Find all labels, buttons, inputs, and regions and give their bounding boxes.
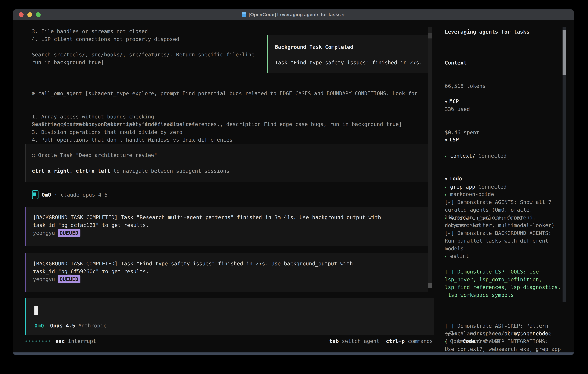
tool-call-text: call_omo_agent [subagent_type=explore, p… <box>38 90 418 96</box>
text-line: 3. Division operations that could divide… <box>32 128 418 136</box>
task-author: yeongyu <box>33 230 55 236</box>
gear-icon: ⚙ <box>32 90 35 96</box>
text-line: lsp_workspace_symbols <box>445 291 566 299</box>
task-meta: yeongyuQUEUED <box>33 275 428 283</box>
esc-label: interrupt <box>68 338 96 344</box>
workspace-path: ~/local-workspaces/oh-my-opencode: maste… <box>445 314 551 355</box>
agent-header: OmO · claude-opus-4-5 <box>32 190 108 199</box>
mcp-heading-label: MCP <box>449 98 459 104</box>
text-line: librarian, explore, frontend, <box>445 214 566 222</box>
toast-title: Background Task Completed <box>275 43 431 51</box>
task-line2: task_id="bg_dcfac161" to get results. <box>33 221 428 229</box>
tool-call-list: 1. Array access without bounds checking2… <box>32 113 418 144</box>
text-line: Search src/tools/, src/hooks/, src/featu… <box>32 51 254 59</box>
chat-scrollbar-thumb[interactable] <box>428 33 432 39</box>
brand-bold: Code <box>463 338 475 344</box>
oracle-title: Oracle Task "Deep architecture review" <box>38 152 157 158</box>
task-line2: task_id="bg_6f59260c" to get results. <box>33 268 428 275</box>
oracle-task-block: ◎ Oracle Task "Deep architecture review"… <box>25 144 428 182</box>
titlebar[interactable]: [OpenCode] Leveraging agents for tasks ◐ <box>13 10 574 20</box>
text-line: 4. LSP client connections not properly d… <box>32 35 254 43</box>
status-bar: esc interrupt tab switch agent ctrl+p co… <box>25 337 433 345</box>
oracle-icon: ◎ <box>32 152 35 158</box>
workspace-line: ~/local-workspaces/oh-my-opencode: <box>445 330 551 337</box>
workspace-prefix: ~/local-workspaces/ <box>445 331 504 336</box>
text-line: lsp_hover, lsp_goto_definition, <box>445 276 566 283</box>
oracle-title-line: ◎ Oracle Task "Deep architecture review" <box>32 151 428 159</box>
agent-model: claude-opus-4-5 <box>61 191 108 199</box>
task-author: yeongyu <box>33 276 55 282</box>
input-agent-name: OmO <box>34 323 44 329</box>
text-line: models <box>445 245 566 252</box>
ctrlp-hint: ctrl+p commands <box>386 337 433 345</box>
window-bottom-edge <box>13 353 574 355</box>
collapse-triangle-icon: ▼ <box>445 137 447 143</box>
todo-current-lines: [ ] Demonstrate LSP TOOLS: Uselsp_hover,… <box>445 268 566 299</box>
text-line: [✓] Demonstrate AGENTS: Show all 7 <box>445 198 566 206</box>
task-message: [BACKGROUND TASK COMPLETED] Task "Find t… <box>25 253 428 292</box>
status-badge: QUEUED <box>58 229 80 237</box>
chat-scrollbar[interactable] <box>428 27 432 288</box>
screen: [OpenCode] Leveraging agents for tasks ◐… <box>0 0 588 374</box>
lsp-heading[interactable]: ▼LSP <box>445 136 494 144</box>
prompt-input[interactable]: OmO Opus 4.5 Anthropic <box>25 298 434 335</box>
ctrlp-label: commands <box>408 338 433 344</box>
esc-key: esc <box>55 338 65 344</box>
text-line <box>32 43 254 51</box>
version-line: OpenCode 1.0.163 <box>445 337 500 345</box>
connected-dot-icon <box>445 341 446 343</box>
workspace-repo: oh-my-opencode: <box>504 331 551 336</box>
chat-scrollbar-thumb[interactable] <box>428 283 432 288</box>
tab-label: switch agent <box>342 338 379 344</box>
minimize-button[interactable] <box>27 12 32 17</box>
toast-body: Task "Find type safety issues" finished … <box>275 59 431 67</box>
task-message: [BACKGROUND TASK COMPLETED] Task "Resear… <box>25 207 428 246</box>
text-line: 1. Array access without bounds checking <box>32 113 418 121</box>
text-line: document-writer, multimodal-looker) <box>445 221 566 229</box>
sidebar-scrollbar-thumb[interactable] <box>563 30 566 75</box>
session-title: Leveraging agents for tasks <box>445 28 529 36</box>
model-indicator: OmO Opus 4.5 Anthropic <box>34 322 107 330</box>
tab-hint: tab switch agent <box>329 337 379 345</box>
task-line1: [BACKGROUND TASK COMPLETED] Task "Resear… <box>33 213 428 221</box>
collapse-triangle-icon: ▼ <box>445 99 447 104</box>
todo-heading[interactable]: ▼Todo <box>445 175 566 183</box>
sidebar-scrollbar[interactable] <box>563 27 566 302</box>
status-badge: QUEUED <box>58 275 80 283</box>
agent-icon <box>32 190 39 199</box>
tool-call-head: ⚙ call_omo_agent [subagent_type=explore,… <box>32 90 418 97</box>
mcp-heading[interactable]: ▼MCP <box>445 97 522 105</box>
app-content: 3. File handles or streams not closed4. … <box>13 20 574 353</box>
ctrlp-key: ctrl+p <box>386 338 405 344</box>
todo-done-lines: [✓] Demonstrate AGENTS: Show all 7curate… <box>445 198 566 252</box>
version-number: 1.0.163 <box>478 338 500 344</box>
app-window: [OpenCode] Leveraging agents for tasks ◐… <box>13 10 574 355</box>
oracle-hint: ctrl+x right, ctrl+x left to navigate be… <box>32 167 428 175</box>
agent-separator: · <box>54 191 57 199</box>
text-line: [✓] Demonstrate BACKGROUND AGENTS: <box>445 229 566 237</box>
text-line: curated agents (OmO, oracle, <box>445 206 566 214</box>
input-model-name: Opus 4.5 <box>50 323 75 329</box>
text-line: Run parallel tasks with different <box>445 237 566 245</box>
zoom-button[interactable] <box>36 12 41 17</box>
input-provider-name: Anthropic <box>78 323 106 329</box>
tool-call-tail: Search src/ directory. Return specific f… <box>32 120 402 128</box>
tab-key: tab <box>329 338 339 344</box>
agent-name: OmO <box>42 191 51 199</box>
traffic-lights <box>19 10 41 20</box>
collapse-triangle-icon: ▼ <box>445 176 447 181</box>
context-heading: Context <box>445 59 485 67</box>
chat-text-block: 3. File handles or streams not closed4. … <box>32 28 254 66</box>
text-line: lsp_find_references, lsp_diagnostics, <box>445 283 566 291</box>
task-line1: [BACKGROUND TASK COMPLETED] Task "Find t… <box>33 260 428 268</box>
text-cursor <box>34 306 38 315</box>
brand-dim: Open <box>450 338 463 344</box>
window-title: [OpenCode] Leveraging agents for tasks ◐ <box>249 12 345 17</box>
text-line: 3. File handles or streams not closed <box>32 28 254 35</box>
background-task-toast: Background Task Completed Task "Find typ… <box>267 35 432 73</box>
spinner-dots-icon <box>25 341 50 342</box>
close-button[interactable] <box>19 12 24 17</box>
text-line: run_in_background=true] <box>32 58 254 66</box>
esc-hint: esc interrupt <box>55 337 96 345</box>
lsp-heading-label: LSP <box>449 137 459 143</box>
